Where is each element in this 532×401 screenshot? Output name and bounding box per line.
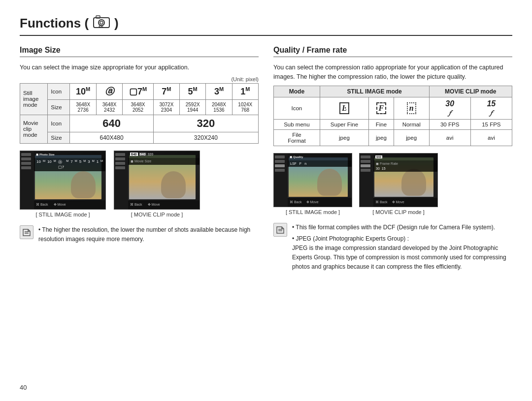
quality-icon-30fps: 30𝑓 xyxy=(429,97,470,119)
quality-format-row: FileFormat jpeg jpeg jpeg avi avi xyxy=(274,129,512,146)
quality-section: Quality / Frame rate You can select the … xyxy=(273,46,512,272)
title-suffix: ) xyxy=(114,16,119,31)
quality-table: Mode STILL IMAGE mode MOVIE CLIP mode Ic… xyxy=(273,86,512,146)
icon-7m-box: ▢7M xyxy=(123,83,154,99)
size-3m: 2048X1536 xyxy=(206,99,232,115)
quality-submenu-row: Sub menu Super Fine Fine Normal 30 FPS 1… xyxy=(274,119,512,129)
format-label: FileFormat xyxy=(274,129,320,146)
size-label-movie: Size xyxy=(48,132,70,143)
mode-header: Mode xyxy=(274,86,320,97)
format-f: jpeg xyxy=(369,129,394,146)
icon-3m: 3M xyxy=(206,83,232,99)
image-size-intro: You can select the image size appropriat… xyxy=(20,63,259,72)
icon-9m: ⓐ xyxy=(96,83,122,99)
quality-note-icon xyxy=(273,223,287,237)
title-camera-icon: FN xyxy=(93,15,110,32)
quality-heading: Quality / Frame rate xyxy=(273,46,512,57)
still-screenshot-item: ◼ Photo Size 10M 10M ⓐ ▢7M 7M 5M 3M 1M ⌘… xyxy=(20,151,106,217)
still-mode-label: Stillimagemode xyxy=(20,83,48,115)
quality-movie-box: 640 ◼ Frame Rate 3015 ⌘ Back ✥ Move xyxy=(359,153,438,207)
quality-movie-caption: [ MOVIE CLIP mode ] xyxy=(372,209,425,215)
movie-screenshot-item: 640 640 320 ◼ Movie Size ⌘ Back ✥ Move xyxy=(114,151,200,217)
size-7m: 3072X2304 xyxy=(153,99,179,115)
still-screenshot-caption: [ STILL IMAGE mode ] xyxy=(35,212,90,217)
page-title: Functions ( FN ) xyxy=(20,15,512,36)
quality-movie-screenshot: 640 ◼ Frame Rate 3015 ⌘ Back ✥ Move xyxy=(359,153,438,215)
format-n: jpeg xyxy=(394,129,429,146)
quality-icon-row: Icon Ŀ F n 30𝑓 15𝑓 xyxy=(274,97,512,119)
quality-intro: You can select the compression ratio app… xyxy=(273,63,512,82)
note-icon xyxy=(20,225,33,239)
quality-still-box: ◼ Quality ĿSFFn ⌘ Back ✥ Move xyxy=(273,153,352,207)
size-7m-box: 3648X2052 xyxy=(123,99,154,115)
format-sf: jpeg xyxy=(320,129,368,146)
quality-icon-15fps: 15𝑓 xyxy=(470,97,512,119)
format-15fps: avi xyxy=(470,129,512,146)
quality-icon-n: n xyxy=(394,97,429,119)
movie-icon-640: 640 xyxy=(70,115,153,132)
movie-size-640: 640X480 xyxy=(70,132,153,143)
submenu-15fps: 15 FPS xyxy=(470,119,512,129)
quality-note-1: • This file format complies with the DCF… xyxy=(292,223,512,232)
still-image-header: STILL IMAGE mode xyxy=(320,86,429,97)
movie-screenshot-caption: [ MOVIE CLIP mode ] xyxy=(131,212,183,217)
format-30fps: avi xyxy=(429,129,470,146)
quality-still-screenshot: ◼ Quality ĿSFFn ⌘ Back ✥ Move xyxy=(273,153,352,215)
unit-label: (Unit: pixel) xyxy=(20,76,259,82)
icon-1m: 1M xyxy=(232,83,258,99)
image-size-screenshots: ◼ Photo Size 10M 10M ⓐ ▢7M 7M 5M 3M 1M ⌘… xyxy=(20,151,259,217)
icon-10m: 10M xyxy=(70,83,97,99)
quality-note-2: • JPEG (Joint Photographic Experts Group… xyxy=(292,234,512,272)
icon-label-movie: Icon xyxy=(48,115,70,132)
movie-icon-320: 320 xyxy=(153,115,258,132)
icon-label-still: Icon xyxy=(48,83,70,99)
quality-note-content: • This file format complies with the DCF… xyxy=(292,223,512,272)
image-size-section: Image Size You can select the image size… xyxy=(20,46,259,272)
quality-still-caption: [ STILL IMAGE mode ] xyxy=(286,209,340,215)
svg-text:FN: FN xyxy=(99,25,103,29)
size-10m: 3648X2736 xyxy=(70,99,97,115)
size-5m: 2592X1944 xyxy=(180,99,206,115)
movie-size-320: 320X240 xyxy=(153,132,258,143)
movie-size-row: Size 640X480 320X240 xyxy=(20,132,259,143)
submenu-n: Normal xyxy=(394,119,429,129)
image-size-note-text: • The higher the resolution, the lower t… xyxy=(38,225,259,244)
quality-screenshots: ◼ Quality ĿSFFn ⌘ Back ✥ Move xyxy=(273,153,512,215)
note-bullet: • xyxy=(38,226,40,233)
note-content: The higher the resolution, the lower the… xyxy=(38,226,250,243)
still-size-row: Size 3648X2736 3648X2432 3648X2052 3072X… xyxy=(20,99,259,115)
quality-icon-f: F xyxy=(369,97,394,119)
image-size-table: Stillimagemode Icon 10M ⓐ ▢7M 7M 5M 3M 1… xyxy=(20,83,259,144)
size-9m: 3648X2432 xyxy=(96,99,122,115)
submenu-f: Fine xyxy=(369,119,394,129)
quality-note: • This file format complies with the DCF… xyxy=(273,223,512,272)
movie-mode-label: Movieclipmode xyxy=(20,115,48,143)
size-1m: 1024X768 xyxy=(232,99,258,115)
submenu-label: Sub menu xyxy=(274,119,320,129)
movie-screenshot-box: 640 640 320 ◼ Movie Size ⌘ Back ✥ Move xyxy=(114,151,200,210)
submenu-30fps: 30 FPS xyxy=(429,119,470,129)
svg-rect-3 xyxy=(96,16,100,18)
svg-point-2 xyxy=(100,21,103,24)
still-icon-row: Stillimagemode Icon 10M ⓐ ▢7M 7M 5M 3M 1… xyxy=(20,83,259,99)
submenu-sf: Super Fine xyxy=(320,119,368,129)
quality-icon-label: Icon xyxy=(274,97,320,119)
movie-icon-row: Movieclipmode Icon 640 320 xyxy=(20,115,259,132)
image-size-heading: Image Size xyxy=(20,46,259,57)
quality-header-row: Mode STILL IMAGE mode MOVIE CLIP mode xyxy=(274,86,512,97)
quality-icon-sf: Ŀ xyxy=(320,97,368,119)
movie-clip-header: MOVIE CLIP mode xyxy=(429,86,512,97)
image-size-note: • The higher the resolution, the lower t… xyxy=(20,225,259,244)
size-label-still: Size xyxy=(48,99,70,115)
icon-5m: 5M xyxy=(180,83,206,99)
title-text: Functions ( xyxy=(20,16,89,31)
still-screenshot-box: ◼ Photo Size 10M 10M ⓐ ▢7M 7M 5M 3M 1M ⌘… xyxy=(20,151,106,210)
icon-7m: 7M xyxy=(153,83,179,99)
